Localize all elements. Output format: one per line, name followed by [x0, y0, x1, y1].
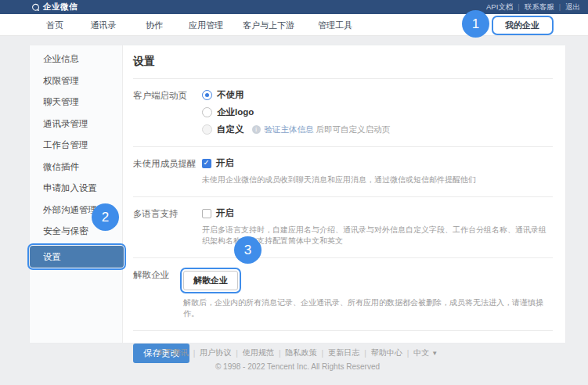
option-row-custom[interactable]: 自定义 验证主体信息 后即可自定义启动页: [202, 124, 553, 135]
separator: |: [193, 349, 196, 358]
separator: |: [559, 3, 561, 11]
page-footer: 关于腾讯| 用户协议| 使用规范| 隐私政策| 更新日志| 帮助中心| 中文 ▼…: [30, 347, 565, 371]
sidebar-item-settings[interactable]: 设置: [30, 246, 124, 268]
annotation-step-1: 1: [462, 10, 489, 38]
radio-no-use[interactable]: [202, 90, 212, 100]
section-label: 解散企业: [133, 268, 183, 319]
section-description: 解散后，企业内的所有消息记录、企业通讯录、所有应用的数据都会被删除，成员将无法进…: [183, 297, 551, 319]
toggle-label: 开启: [216, 157, 234, 169]
section-label: 未使用成员提醒: [133, 157, 202, 185]
section-unused-member-reminder: 未使用成员提醒 开启 未使用企业微信的成员收到聊天消息和应用消息，通过微信或短信…: [133, 147, 553, 197]
main-panel: 企业信息 权限管理 聊天管理 通讯录管理 工作台管理 微信插件 申请加入设置 外…: [30, 45, 565, 343]
wecom-logo-icon: [31, 3, 40, 12]
toggle-row-multilang[interactable]: 开启: [202, 207, 553, 219]
page-title: 设置: [133, 45, 553, 79]
option-label: 不使用: [217, 89, 244, 101]
settings-sidebar: 企业信息 权限管理 聊天管理 通讯录管理 工作台管理 微信插件 申请加入设置 外…: [30, 45, 123, 343]
option-label: 企业logo: [217, 106, 254, 118]
section-dissolve: 解散企业 解散企业 解散后，企业内的所有消息记录、企业通讯录、所有应用的数据都会…: [133, 258, 553, 331]
sidebar-item-workbench[interactable]: 工作台管理: [30, 135, 122, 157]
verify-suffix-text: 后即可自定义启动页: [316, 124, 391, 135]
separator: |: [236, 349, 238, 358]
section-client-startup: 客户端启动页 不使用 企业logo 自定义 验证主体信息: [133, 79, 553, 147]
info-icon: [252, 125, 261, 134]
separator: |: [364, 349, 366, 358]
contact-support-link[interactable]: 联系客服: [525, 2, 554, 13]
top-bar: 企业微信 API文档 | 联系客服 | 退出: [0, 0, 588, 14]
chevron-down-icon: ▼: [431, 350, 438, 357]
separator: |: [518, 3, 519, 11]
toggle-row-reminder[interactable]: 开启: [202, 157, 553, 169]
settings-content: 设置 客户端启动页 不使用 企业logo 自定义: [123, 45, 565, 343]
option-row-enterprise-logo[interactable]: 企业logo: [202, 106, 553, 118]
option-label: 自定义: [217, 124, 244, 135]
separator: |: [322, 349, 324, 358]
tab-contacts[interactable]: 通讯录: [91, 14, 117, 36]
tab-my-enterprise[interactable]: 我的企业: [505, 14, 539, 36]
wecom-admin-page: 企业微信 API文档 | 联系客服 | 退出 首页 通讯录 协作 应用管理 客户…: [0, 0, 588, 385]
footer-link-user-agreement[interactable]: 用户协议: [200, 347, 231, 358]
separator: |: [407, 349, 409, 358]
annotation-step-3: 3: [234, 236, 262, 264]
copyright-text: © 1998 - 2022 Tencent Inc. All Rights Re…: [30, 362, 565, 371]
sidebar-item-contacts-management[interactable]: 通讯录管理: [30, 113, 122, 135]
top-links: API文档 | 联系客服 | 退出: [486, 2, 580, 13]
section-label: 客户端启动页: [133, 89, 202, 135]
dissolve-enterprise-button[interactable]: 解散企业: [183, 271, 238, 290]
verify-identity-link[interactable]: 验证主体信息: [265, 124, 314, 135]
api-doc-link[interactable]: API文档: [486, 2, 513, 13]
radio-enterprise-logo[interactable]: [202, 107, 212, 117]
footer-link-help-center[interactable]: 帮助中心: [371, 347, 402, 358]
footer-link-changelog[interactable]: 更新日志: [328, 347, 359, 358]
toggle-label: 开启: [216, 207, 234, 219]
separator: |: [279, 349, 281, 358]
sidebar-item-chat-management[interactable]: 聊天管理: [30, 92, 122, 113]
tab-customers[interactable]: 客户与上下游: [243, 14, 294, 36]
section-description: 未使用企业微信的成员收到聊天消息和应用消息，通过微信或短信邮件提醒他们: [202, 175, 553, 185]
brand[interactable]: 企业微信: [31, 2, 78, 13]
sidebar-item-permissions[interactable]: 权限管理: [30, 70, 122, 92]
radio-custom[interactable]: [202, 124, 212, 135]
section-multilang: 多语言支持 开启 开启多语言支持时，自建应用名与介绍、通讯录与对外信息自定义字段…: [133, 197, 553, 258]
tab-collaboration[interactable]: 协作: [146, 14, 163, 36]
checkbox-multilang-off[interactable]: [202, 209, 211, 218]
footer-link-privacy[interactable]: 隐私政策: [286, 347, 317, 358]
active-tab-underline: [500, 34, 546, 35]
footer-link-usage-rules[interactable]: 使用规范: [243, 347, 274, 358]
tab-admin-tools[interactable]: 管理工具: [318, 14, 352, 36]
sidebar-item-enterprise-info[interactable]: 企业信息: [30, 49, 122, 70]
section-label: 多语言支持: [133, 207, 202, 246]
option-row-no-use[interactable]: 不使用: [202, 89, 553, 101]
logout-link[interactable]: 退出: [565, 2, 580, 13]
tab-home[interactable]: 首页: [46, 14, 63, 36]
footer-link-about[interactable]: 关于腾讯: [157, 347, 189, 358]
footer-language-selector[interactable]: 中文: [413, 347, 429, 358]
tab-app-management[interactable]: 应用管理: [189, 14, 223, 36]
footer-links: 关于腾讯| 用户协议| 使用规范| 隐私政策| 更新日志| 帮助中心| 中文 ▼: [30, 347, 565, 358]
sidebar-item-join-settings[interactable]: 申请加入设置: [30, 178, 122, 200]
annotation-step-2: 2: [92, 203, 119, 231]
primary-nav: 首页 通讯录 协作 应用管理 客户与上下游 管理工具 我的企业: [0, 14, 588, 36]
checkbox-reminder-on[interactable]: [202, 159, 211, 168]
brand-name: 企业微信: [43, 2, 78, 13]
sidebar-item-wechat-plugin[interactable]: 微信插件: [30, 157, 122, 178]
